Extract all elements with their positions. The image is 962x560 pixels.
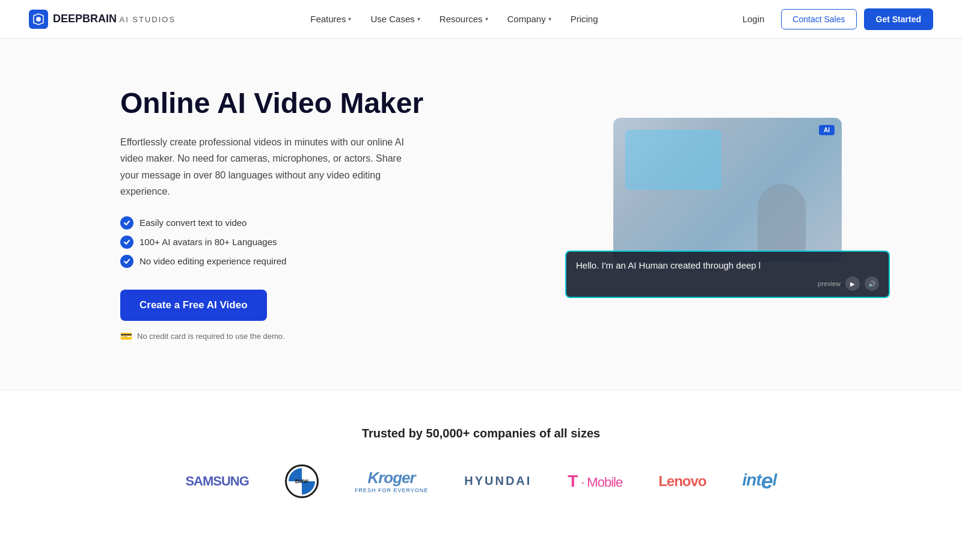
hero-section: Online AI Video Maker Effortlessly creat…: [0, 38, 962, 390]
hero-video-area: AI Hello. I'm an AI Human created throug…: [613, 118, 842, 310]
transcript-box: Hello. I'm an AI Human created through d…: [565, 251, 890, 298]
bmw-logo: BMW: [285, 464, 319, 498]
logo-icon: [29, 10, 48, 29]
feature-text: Easily convert text to video: [139, 218, 247, 228]
get-started-button[interactable]: Get Started: [864, 8, 933, 30]
nav-company[interactable]: Company ▾: [499, 9, 560, 29]
nav-resources[interactable]: Resources ▾: [431, 9, 497, 29]
transcript-text: Hello. I'm an AI Human created through d…: [576, 260, 879, 270]
video-preview: AI: [613, 118, 842, 262]
chevron-down-icon: ▾: [348, 16, 351, 22]
intel-logo: intel: [743, 469, 777, 494]
brand-logos-row: SAMSUNG BMW Kroger FRESH FOR EVERYONE HY…: [0, 464, 962, 498]
nav-pricing[interactable]: Pricing: [562, 9, 607, 29]
feature-item: No video editing experience required: [120, 255, 423, 268]
transcript-controls: preview ▶ 🔊: [576, 276, 879, 291]
feature-item: 100+ AI avatars in 80+ Languages: [120, 236, 423, 249]
nav-features[interactable]: Features ▾: [302, 9, 360, 29]
hero-features-list: Easily convert text to video 100+ AI ava…: [120, 216, 423, 268]
trusted-section: Trusted by 50,000+ companies of all size…: [0, 390, 962, 522]
chevron-down-icon: ▾: [485, 16, 488, 22]
hero-content: Online AI Video Maker Effortlessly creat…: [120, 87, 423, 342]
hero-title: Online AI Video Maker: [120, 87, 423, 120]
trusted-title: Trusted by 50,000+ companies of all size…: [0, 427, 962, 440]
logo-sub: AI STUDIOS: [119, 15, 176, 24]
samsung-logo: SAMSUNG: [185, 473, 248, 489]
bmw-roundel: BMW: [289, 468, 315, 495]
login-button[interactable]: Login: [733, 9, 774, 29]
video-background: AI: [613, 118, 842, 262]
preview-label: preview: [818, 280, 841, 287]
check-icon: [120, 236, 133, 249]
nav-links: Features ▾ Use Cases ▾ Resources ▾ Compa…: [302, 9, 606, 29]
chevron-down-icon: ▾: [548, 16, 551, 22]
tmobile-logo: T · Mobile: [568, 472, 622, 491]
ai-badge: AI: [819, 125, 835, 135]
nav-use-cases[interactable]: Use Cases ▾: [362, 9, 428, 29]
chevron-down-icon: ▾: [417, 16, 420, 22]
logo[interactable]: DEEPBRAIN AI STUDIOS: [29, 10, 176, 29]
no-credit-card-note: 💳 No credit card is required to use the …: [120, 330, 423, 342]
play-button[interactable]: ▶: [845, 276, 860, 291]
check-icon: [120, 255, 133, 268]
navigation: DEEPBRAIN AI STUDIOS Features ▾ Use Case…: [0, 0, 962, 38]
volume-button[interactable]: 🔊: [865, 276, 879, 291]
feature-item: Easily convert text to video: [120, 216, 423, 230]
credit-card-icon: 💳: [120, 330, 132, 342]
contact-sales-button[interactable]: Contact Sales: [781, 9, 856, 29]
kroger-logo: Kroger FRESH FOR EVERYONE: [355, 469, 428, 493]
hero-description: Effortlessly create professional videos …: [120, 134, 409, 199]
screen-element: [625, 130, 721, 190]
lenovo-logo: Lenovo: [658, 473, 706, 490]
check-icon: [120, 216, 133, 230]
create-free-video-button[interactable]: Create a Free AI Video: [120, 290, 267, 321]
hyundai-logo: HYUNDAI: [464, 474, 532, 488]
feature-text: No video editing experience required: [139, 256, 286, 266]
feature-text: 100+ AI avatars in 80+ Languages: [139, 237, 277, 247]
nav-actions: Login Contact Sales Get Started: [733, 8, 933, 30]
svg-point-1: [36, 17, 41, 22]
logo-brand: DEEPBRAIN: [53, 13, 117, 25]
